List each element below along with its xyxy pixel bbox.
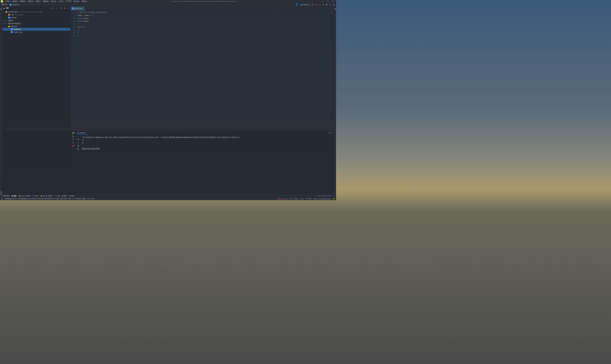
menu-item[interactable]: 文件(F): [4, 0, 11, 3]
tree-row[interactable]: scratch.py: [2, 28, 70, 31]
close-run-tab-button[interactable]: ×: [86, 132, 87, 134]
indent-info[interactable]: 4 个空格: [306, 198, 311, 200]
collapse-icon[interactable]: ⇵: [60, 7, 62, 9]
chevron-icon[interactable]: ▸: [6, 14, 8, 15]
python-file-icon: [72, 7, 74, 9]
print-icon[interactable]: 🖶: [77, 145, 79, 147]
maximize-button[interactable]: ▢: [326, 0, 329, 3]
expand-icon[interactable]: ≡: [56, 7, 58, 9]
tab-label: TODO: [34, 195, 38, 197]
minimize-button[interactable]: —: [321, 0, 324, 3]
filter-icon[interactable]: ⇆: [78, 139, 79, 141]
run-tab[interactable]: ◆ scratch ×: [77, 131, 88, 134]
run-button[interactable]: ▶: [312, 4, 314, 6]
tree-item-label: scratch_1.py: [13, 31, 22, 33]
tree-item-label: venv: [11, 14, 14, 16]
chevron-icon[interactable]: ▾: [3, 11, 5, 13]
chevron-icon[interactable]: ▸: [3, 20, 5, 22]
close-tab-button[interactable]: ×: [83, 7, 83, 9]
tab-icon: 🐍: [40, 195, 42, 196]
tree-row[interactable]: scratch_1.py: [2, 31, 70, 34]
stop-button[interactable]: ■: [322, 4, 325, 6]
tree-item-hint: library根目录: [15, 14, 23, 16]
stop-button[interactable]: ■: [73, 139, 74, 141]
ide-update-icon[interactable]: ⬆: [329, 4, 331, 6]
tree-row[interactable]: ▾📁pythonProjectD:\PyCharm Community Edit…: [2, 11, 70, 13]
bottom-tab[interactable]: 🐍Python 软件包: [19, 195, 30, 197]
menu-item[interactable]: 窗口(W): [73, 0, 81, 3]
menu-item[interactable]: 工具(T): [57, 0, 65, 3]
menu-item[interactable]: 导航(N): [27, 0, 34, 3]
menu-item[interactable]: 视图(V): [19, 0, 27, 3]
search-button[interactable]: 🔍: [326, 4, 328, 6]
settings-icon[interactable]: ⚙: [64, 7, 66, 9]
menu-item[interactable]: 编辑(E): [12, 0, 19, 3]
project-tree[interactable]: ▾📁pythonProjectD:\PyCharm Community Edit…: [2, 10, 70, 194]
down-icon[interactable]: ↓: [78, 135, 79, 137]
chevron-icon[interactable]: ▾: [3, 23, 5, 24]
menu-item[interactable]: 重构(R): [42, 0, 49, 3]
file-encoding[interactable]: UTF-8: [300, 198, 304, 200]
coverage-button[interactable]: ⟳: [319, 4, 321, 6]
code-content[interactable]: # 同时为多个变量赋值(使用等号连接) num1 = num2 = 8 prin…: [76, 10, 334, 131]
bottom-tab[interactable]: 🐍Python 控制台: [40, 195, 52, 197]
left-tool-strip[interactable]: 项目: [0, 7, 2, 195]
editor-tab-label: scratch.py: [74, 7, 82, 9]
bottom-tab[interactable]: ⎇版本控制: [2, 195, 10, 197]
hide-panel-button[interactable]: —: [67, 7, 69, 9]
user-icon[interactable]: 👤▾: [296, 4, 298, 6]
tree-row[interactable]: main.py: [2, 16, 70, 19]
run-output[interactable]: "D:\PyCharm Community Edition 2022.3\pyt…: [81, 135, 334, 194]
run-tab-label: scratch: [80, 132, 85, 134]
menu-item[interactable]: 运行(U): [50, 0, 57, 3]
window-title: pythonProject - C:\Users\86156\AppData\R…: [88, 0, 319, 2]
bottom-tab[interactable]: ❓问题: [55, 195, 60, 197]
watermark: CSDN @夜悦玲珑: [317, 195, 331, 197]
gear-icon[interactable]: ⚙: [329, 132, 330, 134]
chevron-down-icon[interactable]: ▾: [51, 7, 51, 9]
lock-icon[interactable]: 🔒: [333, 198, 335, 200]
tree-item-label: 外部库: [8, 20, 13, 22]
chevron-icon[interactable]: ▾: [6, 26, 8, 27]
status-message[interactable]: 下载预构建共享索引: 使用预构建的Python 软件包共享索引减少索引时间和 C…: [4, 198, 95, 200]
nav-toolbar: 临时文件 › scratch.py 👤▾ ◆ scratch ▾ ▶ 🐞 ⟳ ■…: [0, 3, 336, 6]
project-panel-icon: ▣: [3, 7, 5, 9]
editor-tab[interactable]: scratch.py ×: [71, 7, 85, 10]
event-log-icon[interactable]: ▣: [1, 198, 3, 200]
tabnine-widget[interactable]: ⦿ tabnine Starter: [277, 198, 289, 200]
tree-row[interactable]: ▸📁venvlibrary根目录: [2, 13, 70, 16]
plugin-icon[interactable]: ◆: [332, 4, 335, 6]
tree-row[interactable]: ▾📁临时文件: [2, 25, 70, 28]
menu-item[interactable]: 代码(C): [34, 0, 42, 3]
menu-item[interactable]: VCS(S): [65, 0, 72, 3]
right-tool-strip[interactable]: 通知: [334, 7, 336, 195]
inspection-ok-icon[interactable]: ✔: [331, 11, 333, 13]
wrench-icon[interactable]: 🔧: [72, 135, 74, 137]
line-separator[interactable]: CRLF: [294, 198, 298, 200]
menu-item[interactable]: 帮助(H): [81, 0, 88, 3]
tree-row[interactable]: ▸▸外部库: [2, 19, 70, 22]
layout-icon[interactable]: ≡: [73, 142, 74, 144]
hide-run-button[interactable]: —: [332, 132, 333, 134]
tab-icon: ▶: [12, 195, 13, 196]
caret-position[interactable]: 9:4: [291, 198, 292, 200]
softwrap-icon[interactable]: ↩: [78, 142, 79, 144]
pin-icon[interactable]: 📌: [72, 145, 74, 147]
bottom-tool-tabs: ⎇版本控制▶运行🐍Python 软件包≡TODO🐍Python 控制台❓问题▣终…: [0, 194, 336, 197]
run-configuration-selector[interactable]: ◆ scratch ▾: [299, 3, 311, 6]
trash-icon[interactable]: 🗑: [77, 148, 79, 150]
library-icon: ▸: [5, 20, 8, 22]
bottom-tab[interactable]: ▶运行: [12, 195, 16, 197]
bottom-tab[interactable]: ≡TODO: [33, 195, 38, 197]
bottom-tab[interactable]: ⦿服务: [69, 195, 74, 197]
target-icon[interactable]: ◎: [52, 7, 55, 9]
bottom-tab[interactable]: ▣终端: [62, 195, 67, 197]
tree-row[interactable]: ▾✎临时文件和控制台: [2, 22, 70, 25]
debug-button[interactable]: 🐞: [315, 4, 318, 6]
close-button[interactable]: ✕: [331, 0, 334, 3]
breadcrumb-item[interactable]: 临时文件: [1, 4, 8, 6]
tab-label: 问题: [57, 195, 60, 197]
breadcrumb-item[interactable]: scratch.py: [13, 4, 20, 6]
code-editor[interactable]: 123456789 # 同时为多个变量赋值(使用等号连接) num1 = num…: [71, 10, 334, 131]
interpreter-info[interactable]: Python 3.11 (pythonProject): [313, 198, 331, 200]
